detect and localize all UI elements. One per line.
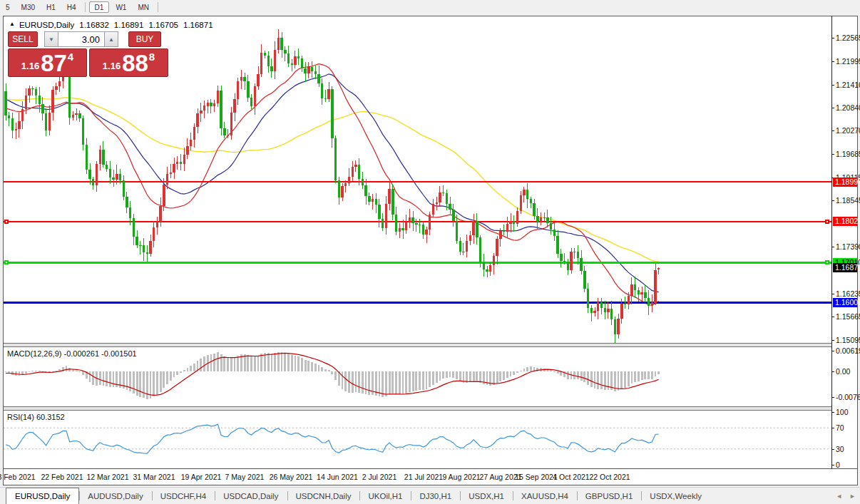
axis-tick-mark — [831, 397, 834, 398]
horizontal-line-1.16007[interactable] — [4, 302, 831, 304]
horizontal-line-1.18998[interactable] — [4, 181, 831, 182]
tab-item-gbpusd[interactable]: GBPUSD,H1 — [577, 488, 641, 504]
axis-tick-mark — [831, 351, 834, 351]
price-badge-1.18998: 1.18998 — [833, 178, 857, 187]
timeframe-button-5[interactable]: 5 — [1, 1, 15, 13]
timeframe-button-w1[interactable]: W1 — [111, 1, 131, 13]
price-tick-label: 1.21995 — [836, 57, 860, 66]
volume-increase-button[interactable]: ▲ — [104, 31, 118, 47]
price-tick-label: 1.19685 — [836, 150, 860, 158]
buy-price-prefix: 1.16 — [103, 61, 121, 71]
axis-tick-mark — [831, 38, 834, 38]
macd-panel: MACD(12,26,9) -0.000261 -0.001501 — [4, 347, 831, 406]
tab-scroll-right-button[interactable]: ► — [849, 493, 856, 500]
buy-price-pip: 8 — [149, 51, 155, 63]
tab-item-usdx[interactable]: USDX,H1 — [460, 488, 513, 504]
timeframe-button-d1[interactable]: D1 — [89, 1, 110, 13]
axis-tick-mark — [831, 412, 834, 413]
rsi-canvas — [4, 411, 831, 468]
axis-tick-mark — [831, 61, 834, 62]
axis-tick-mark — [831, 200, 834, 201]
macd-histogram — [5, 352, 660, 399]
date-label: 12 Mar 2021 — [87, 473, 129, 481]
date-label: 15 Sep 2021 — [515, 473, 558, 481]
chart-tab-bar: EURUSD,DailyAUDUSD,DailyUSDCHF,H4USDCAD,… — [0, 487, 860, 504]
tab-item-usdcad[interactable]: USDCAD,Daily — [215, 488, 287, 504]
rsi-tick-label: 70 — [836, 423, 844, 432]
price-badge-1.18024: 1.18024 — [833, 217, 857, 226]
sell-price-main: 87 — [41, 53, 67, 74]
axis-tick-mark — [831, 130, 834, 131]
axis-tick-mark — [831, 85, 834, 86]
price-tick-label: 1.20270 — [836, 126, 860, 135]
timeframe-button-mn[interactable]: MN — [133, 1, 154, 13]
timeframe-button-h1[interactable]: H1 — [41, 1, 61, 13]
axis-tick-mark — [831, 371, 834, 372]
sell-price-prefix: 1.16 — [21, 61, 39, 71]
horizontal-line-1.1701[interactable] — [4, 260, 831, 264]
date-label: 22 Oct 2021 — [589, 473, 630, 481]
rsi-panel: RSI(14) 60.3152 — [4, 411, 831, 468]
tab-item-xauusd[interactable]: XAUUSD,H4 — [513, 488, 577, 504]
tab-item-usdcnh[interactable]: USDCNH,Daily — [287, 488, 360, 504]
tab-item-audusd[interactable]: AUDUSD,Daily — [79, 488, 151, 504]
date-label: 21 Jul 2021 — [404, 473, 443, 481]
date-label: 31 Mar 2021 — [133, 473, 175, 481]
tab-scroll-left-button[interactable]: ◄ — [836, 493, 842, 500]
date-label: 26 May 2021 — [270, 473, 313, 481]
macd-tick-label: -0.00762 — [836, 393, 860, 401]
chart-symbol-label: EURUSD,Daily — [19, 21, 74, 29]
date-axis: 3 Feb 202122 Feb 202112 Mar 202131 Mar 2… — [4, 468, 857, 485]
sell-price-display[interactable]: 1.16 87 4 — [8, 48, 87, 77]
volume-decrease-button[interactable]: ▼ — [44, 31, 58, 47]
price-badge-1.16007: 1.16007 — [833, 298, 857, 307]
ohlc-low: 1.16705 — [148, 21, 178, 29]
price-tick-label: 1.15095 — [836, 336, 860, 344]
axis-tick-mark — [831, 317, 834, 317]
date-label: 22 Feb 2021 — [41, 473, 83, 481]
tab-item-eurusd[interactable]: EURUSD,Daily — [6, 488, 79, 504]
rsi-label: RSI(14) 60.3152 — [7, 413, 65, 421]
price-tick-label: 1.17390 — [836, 242, 860, 251]
buy-price-main: 88 — [122, 53, 148, 74]
price-tick-label: 1.16235 — [836, 289, 860, 298]
date-label: 19 Apr 2021 — [181, 473, 222, 481]
timeframe-toolbar: 5M30H1H4D1W1MN — [0, 0, 860, 14]
axis-tick-mark — [831, 294, 834, 294]
price-badge-1.16871: 1.16871 — [833, 263, 857, 272]
sell-price-pip: 4 — [68, 51, 73, 63]
axis-tick-mark — [831, 154, 834, 155]
date-label: 2 Jul 2021 — [362, 473, 396, 481]
macd-label: MACD(12,26,9) -0.000261 -0.001501 — [7, 349, 137, 358]
sell-button[interactable]: SELL — [8, 31, 38, 47]
rsi-tick-label: 100 — [836, 408, 849, 416]
date-label: 7 May 2021 — [225, 473, 265, 481]
toolbar-separator — [158, 2, 158, 12]
ohlc-high: 1.16891 — [114, 21, 144, 29]
price-tick-label: 1.20840 — [836, 103, 860, 112]
tab-item-usdchf[interactable]: USDCHF,H4 — [152, 488, 215, 504]
tab-item-ukoil[interactable]: UKOil,H1 — [359, 488, 411, 504]
price-tick-label: 1.18545 — [836, 196, 860, 205]
buy-button[interactable]: BUY — [128, 31, 161, 47]
price-tick-label: 1.21410 — [836, 81, 860, 89]
date-label: 3 Feb 2021 — [0, 473, 36, 481]
price-tick-label: 1.15665 — [836, 312, 860, 321]
price-tick-label: 1.22565 — [836, 34, 860, 42]
collapse-trade-panel-icon[interactable]: ▲ — [9, 21, 15, 29]
buy-price-display[interactable]: 1.16 88 8 — [89, 48, 168, 77]
horizontal-line-1.18024[interactable] — [4, 220, 831, 224]
ohlc-close: 1.16871 — [183, 21, 213, 29]
chart-info-line: ▲ EURUSD,Daily 1.16832 1.16891 1.16705 1… — [9, 21, 213, 29]
axis-tick-mark — [831, 340, 834, 341]
timeframe-button-m30[interactable]: M30 — [16, 1, 40, 13]
timeframe-button-h4[interactable]: H4 — [62, 1, 81, 13]
macd-tick-label: 0.006193 — [836, 346, 860, 355]
tab-item-dj30[interactable]: DJ30,H1 — [411, 488, 460, 504]
chart-window: ▲ EURUSD,Daily 1.16832 1.16891 1.16705 1… — [3, 16, 858, 485]
date-label: 9 Aug 2021 — [442, 473, 480, 481]
price-axis: 1.225651.219951.214101.208401.202701.196… — [831, 16, 857, 468]
tab-item-usdx[interactable]: USDX,Weekly — [641, 488, 710, 504]
one-click-trading-widget: SELL ▼ ▲ BUY 1.16 87 4 1.16 88 8 — [8, 31, 168, 77]
volume-input[interactable] — [58, 31, 104, 47]
